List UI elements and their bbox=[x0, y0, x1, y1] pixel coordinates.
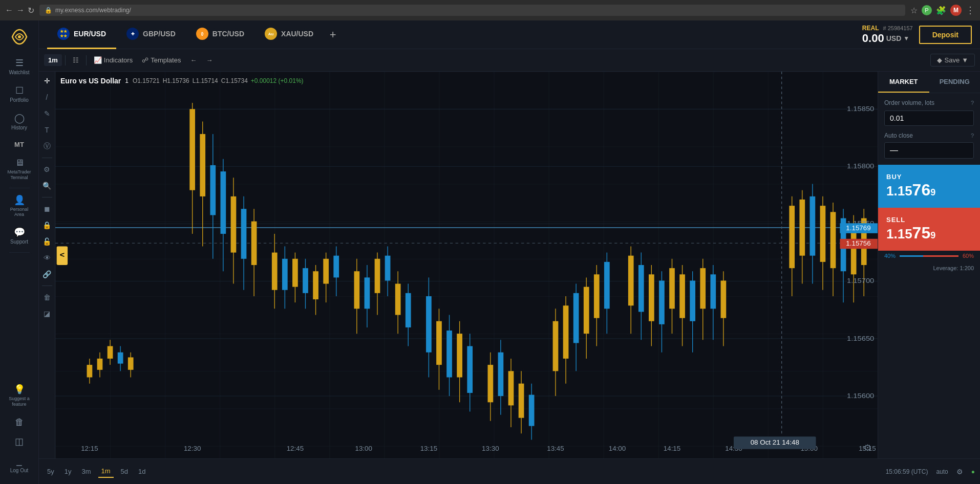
settings-tool[interactable]: ⚙ bbox=[40, 162, 54, 177]
eye-tool[interactable]: 👁 bbox=[40, 251, 54, 265]
balance-value: 0.00 bbox=[862, 32, 884, 45]
tab-btcusd[interactable]: ₿ BTC/USD bbox=[186, 20, 254, 49]
browser-url-bar[interactable]: 🔒 my.exness.com/webtrading/ bbox=[39, 5, 905, 16]
leverage-label: Leverage: bbox=[933, 265, 958, 271]
tab-eurusd[interactable]: ★★★★ EUR/USD bbox=[47, 20, 116, 49]
ohlc-low: L1.15714 bbox=[193, 77, 218, 84]
indicators-button[interactable]: 📈 Indicators bbox=[90, 54, 137, 66]
tab-market[interactable]: MARKET bbox=[878, 72, 929, 93]
redo-button[interactable]: → bbox=[202, 54, 217, 66]
browser-nav[interactable]: ← → ↻ bbox=[5, 6, 34, 15]
sidebar-label-suggest: Suggest afeature bbox=[9, 396, 30, 407]
text-tool[interactable]: T bbox=[40, 123, 54, 137]
tab-pending[interactable]: PENDING bbox=[929, 72, 981, 93]
tf-1m[interactable]: 1m bbox=[98, 465, 114, 478]
timeframe-1m-button[interactable]: 1m bbox=[44, 54, 62, 66]
crosshair-tool[interactable]: ✛ bbox=[40, 74, 54, 88]
candlestick-chart: 1.15850 1.15800 1.15750 1.15700 1.15650 … bbox=[55, 72, 878, 458]
svg-rect-103 bbox=[669, 268, 675, 309]
svg-rect-99 bbox=[649, 274, 654, 321]
templates-icon: ☍ bbox=[142, 56, 148, 64]
svg-rect-119 bbox=[810, 196, 816, 256]
sidebar-item-mt[interactable]: MT bbox=[0, 136, 38, 153]
sidebar-item-portfolio[interactable]: ☐ Portfolio bbox=[0, 81, 38, 108]
back-button[interactable]: ← bbox=[5, 6, 13, 15]
browser-actions: ☆ P 🧩 M ⋮ bbox=[910, 5, 975, 16]
flag-eur-icon: ★★★★ bbox=[57, 28, 70, 40]
forward-button[interactable]: → bbox=[16, 6, 25, 15]
deposit-button[interactable]: Deposit bbox=[919, 26, 972, 44]
star-icon[interactable]: ☆ bbox=[910, 6, 918, 15]
zoom-in-tool[interactable]: 🔍 bbox=[40, 179, 54, 193]
extensions-icon[interactable]: 🧩 bbox=[936, 6, 946, 15]
pen-tool[interactable]: ✎ bbox=[40, 106, 54, 121]
auto-close-input[interactable]: — bbox=[884, 142, 974, 159]
sidebar-item-watchlist[interactable]: ☰ Watchlist bbox=[0, 53, 38, 81]
sidebar-item-trash[interactable]: 🗑 bbox=[9, 412, 30, 432]
sidebar-item-personal[interactable]: 👤 PersonalArea bbox=[0, 190, 38, 223]
spread-track bbox=[900, 255, 958, 257]
svg-rect-97 bbox=[638, 265, 644, 312]
sidebar-item-history[interactable]: ◯ History bbox=[0, 108, 38, 136]
user-avatar-icon[interactable]: M bbox=[950, 5, 962, 16]
order-help-icon[interactable]: ? bbox=[971, 100, 974, 106]
tab-gbpusd[interactable]: ✚ GBP/USD bbox=[116, 20, 186, 49]
buy-button[interactable]: BUY 1.15 76 9 bbox=[878, 165, 980, 208]
save-button[interactable]: ◆ Save ▼ bbox=[930, 54, 975, 67]
refresh-button[interactable]: ↻ bbox=[28, 6, 34, 15]
ohlc-open: O1.15721 bbox=[133, 77, 160, 84]
svg-rect-73 bbox=[487, 365, 493, 402]
svg-rect-83 bbox=[553, 321, 559, 371]
account-info: REAL # 25984157 0.00 USD ▼ Deposit bbox=[862, 25, 972, 45]
svg-text:⚙: ⚙ bbox=[863, 443, 872, 453]
bar-type-button[interactable]: ☷ bbox=[69, 54, 83, 66]
browser-menu-icon[interactable]: ⋮ bbox=[966, 5, 975, 16]
tab-xauusd[interactable]: Au XAU/USD bbox=[254, 20, 324, 49]
tf-3m[interactable]: 3m bbox=[78, 465, 94, 478]
svg-rect-17 bbox=[108, 346, 113, 359]
auto-close-row: Auto close ? bbox=[884, 132, 974, 139]
balance-chevron-icon[interactable]: ▼ bbox=[903, 35, 909, 42]
sell-label: SELL bbox=[886, 216, 905, 224]
save-icon: ◆ bbox=[937, 56, 942, 64]
sell-price: 1.15 75 9 bbox=[886, 224, 935, 243]
auto-close-help-icon[interactable]: ? bbox=[971, 133, 974, 139]
buy-price: 1.15 76 9 bbox=[886, 181, 935, 200]
path-tool[interactable]: Ⓥ bbox=[40, 139, 54, 153]
tf-1d[interactable]: 1d bbox=[135, 465, 148, 478]
sidebar-item-save-layout[interactable]: ◫ bbox=[9, 432, 30, 451]
delete-tool[interactable]: 🗑 bbox=[40, 290, 54, 304]
svg-rect-35 bbox=[251, 222, 257, 265]
sell-button[interactable]: SELL 1.15 75 9 bbox=[878, 208, 980, 251]
sidebar-item-metatrader[interactable]: 🖥 MetaTraderTerminal bbox=[0, 153, 38, 186]
sidebar-item-suggest[interactable]: 💡 Suggest afeature bbox=[9, 380, 30, 412]
svg-rect-75 bbox=[498, 353, 504, 396]
sidebar-item-support[interactable]: 💬 Support bbox=[0, 223, 38, 250]
templates-button[interactable]: ☍ Templates bbox=[138, 54, 185, 66]
layers-tool[interactable]: ◪ bbox=[40, 306, 54, 321]
sidebar-item-logout[interactable]: ⎯ Log Out bbox=[9, 451, 30, 479]
tf-5y[interactable]: 5y bbox=[44, 465, 57, 478]
spread-bar: 40% 60% bbox=[878, 251, 980, 261]
tf-5d[interactable]: 5d bbox=[118, 465, 131, 478]
link-tool[interactable]: 🔗 bbox=[40, 267, 54, 281]
order-volume-input[interactable]: 0.01 bbox=[884, 111, 974, 126]
svg-rect-23 bbox=[189, 109, 195, 190]
lock-tool[interactable]: 🔒 bbox=[40, 218, 54, 232]
price-level-4: 1.15700 bbox=[847, 277, 874, 284]
spread-sell-pct: 60% bbox=[963, 253, 974, 259]
svg-rect-27 bbox=[210, 165, 216, 215]
extension-green-icon[interactable]: P bbox=[922, 5, 932, 15]
undo-button[interactable]: ← bbox=[186, 54, 201, 66]
logo[interactable] bbox=[8, 26, 31, 48]
ohlc-close: C1.15734 bbox=[221, 77, 248, 84]
chart-settings-icon[interactable]: ⚙ bbox=[956, 468, 963, 476]
line-tool[interactable]: / bbox=[40, 90, 54, 104]
svg-rect-61 bbox=[406, 293, 411, 327]
add-symbol-button[interactable]: + bbox=[324, 26, 342, 44]
ruler-tool[interactable]: ◼ bbox=[40, 202, 54, 216]
sidebar-divider-2 bbox=[9, 252, 30, 253]
lock2-tool[interactable]: 🔓 bbox=[40, 234, 54, 249]
tf-1y[interactable]: 1y bbox=[61, 465, 75, 478]
svg-rect-45 bbox=[313, 271, 318, 299]
